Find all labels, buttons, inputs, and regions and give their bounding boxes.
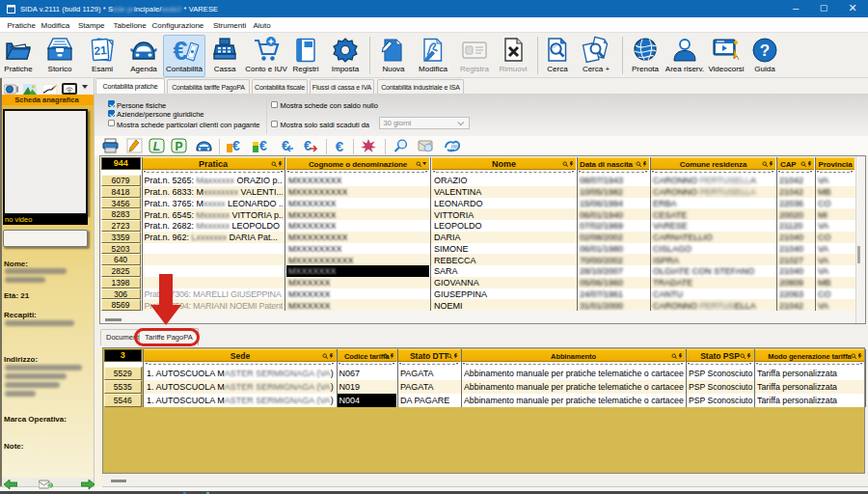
- svg-text:L: L: [153, 140, 160, 153]
- svg-text:€: €: [304, 138, 312, 153]
- svg-text:€: €: [282, 138, 289, 153]
- svg-text:€: €: [259, 138, 267, 153]
- svg-text:€: €: [336, 138, 344, 153]
- svg-text:pp: pp: [451, 143, 458, 149]
- svg-text:?: ?: [760, 41, 770, 60]
- svg-text:21: 21: [94, 43, 108, 58]
- svg-text:P: P: [175, 140, 182, 153]
- svg-text:€: €: [173, 37, 187, 65]
- svg-text:€: €: [232, 138, 240, 153]
